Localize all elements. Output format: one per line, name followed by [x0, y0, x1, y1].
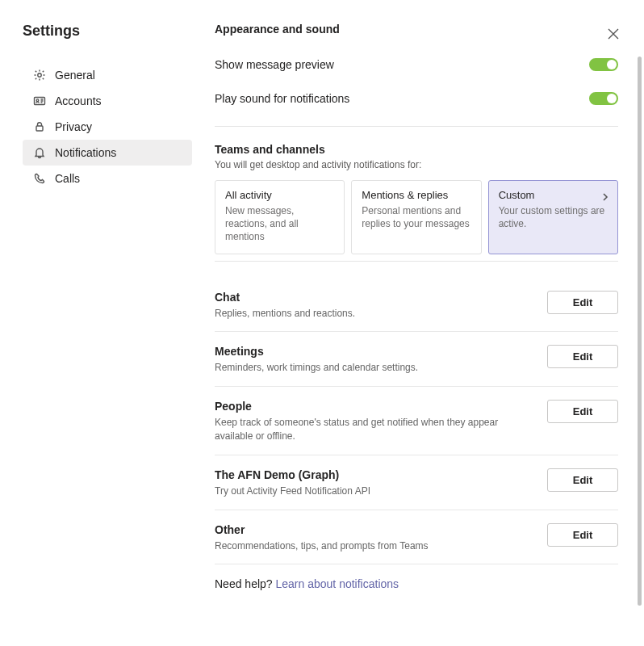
- item-title: Other: [215, 523, 531, 536]
- toggle-row-sound: Play sound for notifications: [215, 86, 618, 120]
- sidebar-item-accounts[interactable]: Accounts: [23, 88, 192, 114]
- toggle-play-sound[interactable]: [589, 92, 618, 105]
- edit-button-meetings[interactable]: Edit: [547, 345, 618, 368]
- close-button[interactable]: [605, 26, 621, 42]
- toggle-label: Show message preview: [215, 58, 334, 71]
- item-title: Chat: [215, 291, 531, 304]
- item-desc: Keep track of someone's status and get n…: [215, 416, 531, 443]
- toggle-row-preview: Show message preview: [215, 52, 618, 86]
- option-card-mentions-replies[interactable]: Mentions & replies Personal mentions and…: [351, 180, 481, 254]
- edit-button-chat[interactable]: Edit: [547, 291, 618, 314]
- sidebar-item-label: Privacy: [55, 120, 92, 133]
- item-row-chat: Chat Replies, mentions and reactions. Ed…: [215, 278, 618, 333]
- section-header-appearance: Appearance and sound: [215, 23, 618, 36]
- card-title: Mentions & replies: [362, 189, 470, 201]
- sidebar-item-general[interactable]: General: [23, 62, 192, 88]
- item-desc: Try out Activity Feed Notification API: [215, 484, 531, 498]
- sidebar: Settings General Accounts Privacy: [23, 23, 192, 633]
- item-desc: Replies, mentions and reactions.: [215, 307, 531, 321]
- main-content: Appearance and sound Show message previe…: [192, 23, 625, 633]
- sidebar-item-label: General: [55, 69, 95, 82]
- divider: [215, 126, 618, 127]
- section-desc: You will get desktop and activity notifi…: [215, 159, 618, 170]
- item-desc: Reminders, work timings and calendar set…: [215, 361, 531, 375]
- nav-list: General Accounts Privacy Notifications: [23, 62, 192, 191]
- option-card-all-activity[interactable]: All activity New messages, reactions, an…: [215, 180, 345, 254]
- sidebar-item-calls[interactable]: Calls: [23, 166, 192, 191]
- item-title: People: [215, 400, 531, 413]
- sidebar-item-label: Notifications: [55, 146, 116, 159]
- id-card-icon: [32, 94, 47, 108]
- help-link[interactable]: Learn about notifications: [276, 577, 399, 590]
- sidebar-item-privacy[interactable]: Privacy: [23, 114, 192, 140]
- svg-point-2: [36, 99, 39, 102]
- edit-button-people[interactable]: Edit: [547, 400, 618, 423]
- card-title: Custom: [499, 189, 608, 201]
- gear-icon: [32, 68, 47, 82]
- option-cards: All activity New messages, reactions, an…: [215, 180, 618, 254]
- sidebar-item-label: Calls: [55, 172, 80, 185]
- svg-rect-1: [35, 98, 45, 105]
- toggle-show-preview[interactable]: [589, 58, 618, 71]
- card-desc: Personal mentions and replies to your me…: [362, 204, 470, 230]
- scrollbar-thumb[interactable]: [638, 57, 642, 606]
- item-title: The AFN Demo (Graph): [215, 468, 531, 481]
- bell-icon: [32, 145, 47, 160]
- help-row: Need help? Learn about notifications: [215, 564, 618, 615]
- card-title: All activity: [225, 189, 334, 201]
- sidebar-item-label: Accounts: [55, 94, 102, 107]
- chevron-right-icon: [601, 191, 609, 203]
- section-header-teams: Teams and channels: [215, 143, 618, 156]
- item-row-afn-demo: The AFN Demo (Graph) Try out Activity Fe…: [215, 455, 618, 510]
- option-card-custom[interactable]: Custom Your custom settings are active.: [488, 180, 618, 254]
- svg-rect-3: [36, 126, 43, 131]
- phone-icon: [32, 171, 47, 186]
- card-desc: Your custom settings are active.: [499, 204, 608, 230]
- item-title: Meetings: [215, 345, 531, 358]
- section-appearance: Appearance and sound Show message previe…: [215, 23, 618, 120]
- toggle-label: Play sound for notifications: [215, 92, 349, 105]
- sidebar-item-notifications[interactable]: Notifications: [23, 140, 192, 166]
- edit-button-other[interactable]: Edit: [547, 523, 618, 547]
- item-row-meetings: Meetings Reminders, work timings and cal…: [215, 332, 618, 387]
- item-row-people: People Keep track of someone's status an…: [215, 387, 618, 455]
- item-row-other: Other Recommendations, tips, and prompts…: [215, 510, 618, 565]
- edit-button-afn-demo[interactable]: Edit: [547, 468, 618, 492]
- svg-point-0: [38, 73, 41, 77]
- page-title: Settings: [23, 23, 192, 40]
- lock-icon: [32, 120, 47, 134]
- section-teams-channels: Teams and channels You will get desktop …: [215, 143, 618, 254]
- divider: [215, 261, 618, 262]
- help-prefix: Need help?: [215, 577, 276, 590]
- card-desc: New messages, reactions, and all mention…: [225, 204, 334, 244]
- item-desc: Recommendations, tips, and prompts from …: [215, 539, 531, 553]
